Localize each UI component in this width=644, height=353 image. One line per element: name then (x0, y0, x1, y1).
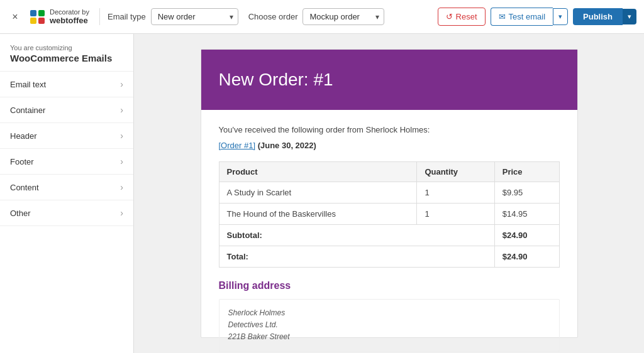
main-layout: You are customizing WooCommerce Emails E… (0, 34, 644, 353)
sidebar-item-footer[interactable]: Footer › (0, 149, 133, 175)
logo-blue-square (30, 10, 36, 16)
webtoffee-logo (30, 10, 45, 24)
sidebar-item-email-text[interactable]: Email text › (0, 72, 133, 97)
billing-address: Sherlock Holmes Detectives Ltd. 221B Bak… (219, 299, 560, 352)
price-cell: $9.95 (494, 182, 559, 204)
publish-group: Publish ▾ (573, 8, 636, 25)
reset-label: Reset (456, 12, 477, 21)
email-body: You've received the following order from… (201, 110, 577, 353)
chevron-down-icon: ▾ (628, 13, 631, 20)
chevron-right-icon: › (120, 182, 123, 192)
customizing-label: You are customizing (10, 44, 123, 52)
choose-order-select-wrapper: Mockup order (303, 8, 384, 25)
sidebar-item-label: Other (10, 209, 31, 218)
brand-text: Decorator by webtoffee (50, 8, 89, 25)
table-row: The Hound of the Baskervilles 1 $14.95 (219, 204, 559, 225)
billing-line-1: Sherlock Holmes (228, 307, 550, 319)
sidebar-item-label: Footer (10, 157, 34, 166)
price-col-header: Price (494, 162, 559, 182)
publish-button[interactable]: Publish (573, 8, 623, 25)
product-cell: A Study in Scarlet (219, 182, 417, 204)
email-icon: ✉ (499, 12, 506, 21)
test-email-dropdown-button[interactable]: ▾ (553, 8, 568, 25)
test-email-group: ✉ Test email ▾ (491, 8, 569, 26)
order-table: Product Quantity Price A Study in Scarle… (219, 161, 560, 268)
order-date: (June 30, 2022) (258, 141, 316, 150)
subtotal-value: $24.90 (494, 225, 559, 246)
email-preview: New Order: #1 You've received the follow… (201, 49, 578, 338)
product-cell: The Hound of the Baskervilles (219, 204, 417, 225)
quantity-cell: 1 (417, 204, 494, 225)
logo-green-square (38, 10, 45, 16)
email-header: New Order: #1 (201, 50, 577, 110)
table-row: A Study in Scarlet 1 $9.95 (219, 182, 559, 204)
toolbar-actions: ↺ Reset ✉ Test email ▾ Publish ▾ (438, 8, 636, 26)
email-type-label: Email type (108, 12, 146, 21)
sidebar-item-other[interactable]: Other › (0, 200, 133, 226)
quantity-col-header: Quantity (417, 162, 494, 182)
publish-dropdown-button[interactable]: ▾ (623, 9, 636, 24)
total-row: Total: $24.90 (219, 246, 559, 268)
table-header-row: Product Quantity Price (219, 162, 559, 182)
sidebar: You are customizing WooCommerce Emails E… (0, 34, 134, 353)
price-cell: $14.95 (494, 204, 559, 225)
email-type-select[interactable]: New orderProcessing orderCompleted order (151, 8, 238, 25)
subtotal-label: Subtotal: (219, 225, 494, 246)
reset-icon: ↺ (446, 12, 453, 21)
sidebar-nav: Email text › Container › Header › Footer… (0, 72, 133, 353)
subtotal-row: Subtotal: $24.90 (219, 225, 559, 246)
test-email-button[interactable]: ✉ Test email (491, 8, 553, 26)
product-col-header: Product (219, 162, 417, 182)
billing-line-3: 221B Baker Street (228, 331, 550, 343)
sidebar-item-label: Content (10, 183, 39, 192)
sidebar-item-container[interactable]: Container › (0, 97, 133, 123)
decorator-label: Decorator by (50, 8, 89, 16)
sidebar-item-label: Container (10, 106, 45, 115)
total-label: Total: (219, 246, 494, 268)
email-type-select-wrapper: New orderProcessing orderCompleted order (151, 8, 238, 25)
email-type-group: Email type New orderProcessing orderComp… (108, 8, 238, 25)
sidebar-item-header[interactable]: Header › (0, 123, 133, 149)
quantity-cell: 1 (417, 182, 494, 204)
chevron-right-icon: › (120, 156, 123, 166)
customizing-title: WooCommerce Emails (10, 53, 123, 63)
webtoffee-label: webtoffee (50, 16, 89, 25)
reset-button[interactable]: ↺ Reset (438, 8, 486, 26)
order-link[interactable]: [Order #1] (219, 141, 256, 150)
logo-yellow-square (30, 18, 36, 24)
sidebar-item-label: Email text (10, 80, 46, 89)
order-info-line: [Order #1] (June 30, 2022) (219, 141, 560, 150)
chevron-down-icon: ▾ (558, 13, 562, 20)
sidebar-item-content[interactable]: Content › (0, 175, 133, 200)
logo-red-square (38, 18, 45, 24)
toolbar-center: Email type New orderProcessing orderComp… (108, 8, 430, 25)
chevron-right-icon: › (120, 79, 123, 89)
sidebar-item-label: Header (10, 131, 37, 141)
choose-order-group: Choose order Mockup order (248, 8, 385, 25)
content-area: New Order: #1 You've received the follow… (134, 34, 644, 353)
choose-order-select[interactable]: Mockup order (303, 8, 384, 25)
close-button[interactable]: × (8, 9, 23, 24)
brand-logo-area: Decorator by webtoffee (30, 8, 100, 25)
total-value: $24.90 (494, 246, 559, 268)
email-header-title: New Order: #1 (219, 70, 560, 90)
email-intro-text: You've received the following order from… (219, 125, 560, 134)
chevron-right-icon: › (120, 105, 123, 115)
billing-heading: Billing address (219, 280, 560, 291)
billing-line-2: Detectives Ltd. (228, 319, 550, 331)
choose-order-label: Choose order (248, 12, 298, 21)
test-email-label: Test email (509, 12, 546, 21)
toolbar: × Decorator by webtoffee Email type New … (0, 0, 644, 34)
chevron-right-icon: › (120, 208, 123, 218)
chevron-right-icon: › (120, 131, 123, 141)
sidebar-top: You are customizing WooCommerce Emails (0, 34, 133, 72)
